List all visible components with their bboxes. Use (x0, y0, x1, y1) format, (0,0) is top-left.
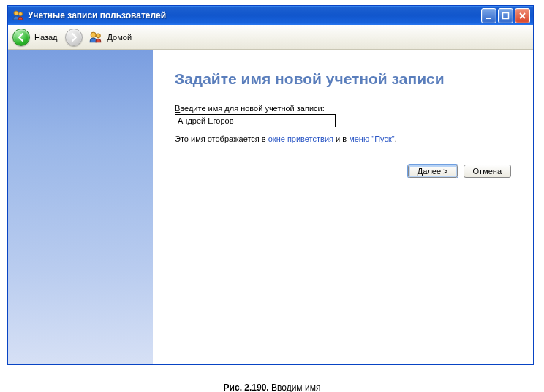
forward-button[interactable] (65, 29, 83, 46)
next-button[interactable]: Далее > (408, 165, 458, 178)
home-label[interactable]: Домой (107, 33, 132, 42)
close-button[interactable] (515, 8, 530, 23)
divider (175, 157, 511, 157)
account-name-input[interactable] (175, 114, 336, 127)
toolbar: Назад Домой (8, 25, 533, 50)
svg-point-1 (19, 12, 23, 16)
hint-text: Это имя отображается в окне приветствия … (175, 135, 511, 143)
svg-rect-3 (503, 12, 509, 18)
window-title: Учетные записи пользователей (28, 10, 481, 20)
window-frame: Учетные записи пользователей Назад (7, 5, 534, 365)
svg-point-5 (96, 33, 100, 37)
sidebar (8, 50, 153, 364)
back-label[interactable]: Назад (34, 33, 58, 42)
svg-rect-2 (486, 18, 491, 19)
figure-caption: Рис. 2.190. Вводим имя (0, 382, 544, 392)
content-area: Задайте имя новой учетной записи Введите… (8, 50, 533, 364)
start-menu-link[interactable]: меню "Пуск" (349, 135, 394, 143)
users-icon (12, 10, 24, 21)
back-button[interactable] (12, 29, 30, 46)
input-label: Введите имя для новой учетной записи: (175, 104, 511, 113)
svg-point-4 (91, 32, 96, 37)
page-heading: Задайте имя новой учетной записи (175, 70, 511, 88)
welcome-screen-link[interactable]: окне приветствия (268, 135, 333, 143)
main-panel: Задайте имя новой учетной записи Введите… (153, 50, 533, 364)
minimize-button[interactable] (481, 8, 496, 23)
cancel-button[interactable]: Отмена (464, 165, 511, 178)
titlebar[interactable]: Учетные записи пользователей (8, 6, 533, 25)
maximize-button[interactable] (498, 8, 513, 23)
svg-point-0 (14, 11, 18, 15)
button-row: Далее > Отмена (175, 165, 511, 178)
home-icon[interactable] (88, 30, 103, 45)
